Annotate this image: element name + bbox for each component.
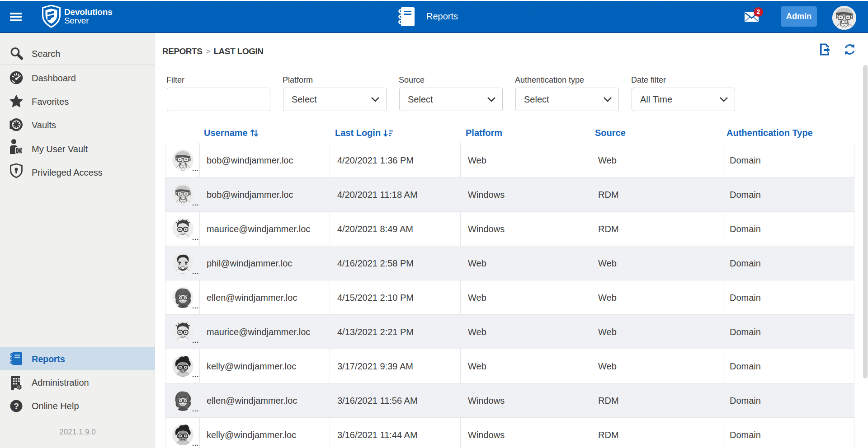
svg-text:?: ? xyxy=(14,401,19,411)
